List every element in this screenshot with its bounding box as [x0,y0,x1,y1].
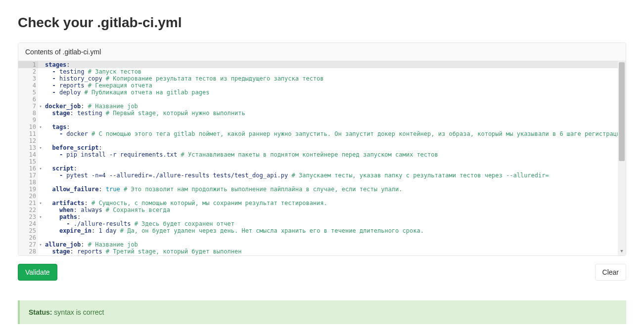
line-number: 10▾ [18,124,38,130]
code-line[interactable]: artifacts: # Сущность, с помощью который… [38,200,618,207]
line-number: 25 [18,227,38,234]
code-line[interactable]: stage: reports # Третий stage, который б… [38,248,618,255]
line-number: 3 [18,75,38,82]
line-number: 13▾ [18,144,38,151]
action-bar: Validate Clear [18,264,626,281]
code-line[interactable] [38,137,618,144]
scrollbar-down-icon[interactable]: ▼ [618,248,626,254]
editor-header-label: Contents of .gitlab-ci.yml [18,43,626,61]
code-line[interactable]: - testing # Запуск тестов [38,68,618,75]
code-line[interactable]: stage: testing # Первый stage, который н… [38,110,618,117]
scrollbar-thumb[interactable] [619,62,625,161]
code-line[interactable]: before_script: [38,144,618,151]
code-line[interactable] [38,179,618,186]
line-number: 19 [18,186,38,193]
line-number: 6 [18,96,38,103]
code-editor[interactable]: 1▾234567▾8910▾111213▾141516▾1718192021▾2… [18,61,626,255]
status-panel: Status: syntax is correct [18,300,626,324]
line-number: 7▾ [18,103,38,110]
code-line[interactable]: allow_failure: true # Это позволит нам п… [38,186,618,193]
code-line[interactable] [38,158,618,165]
line-number: 1▾ [18,61,38,68]
code-line[interactable]: expire_in: 1 day # Да, он будет удален ч… [38,227,618,234]
code-line[interactable]: when: always # Сохранять всегда [38,207,618,213]
page-title: Check your .gitlab-ci.yml [18,15,626,31]
code-line[interactable]: - reports # Генерация отчета [38,82,618,89]
code-line[interactable]: allure_job: # Название job [38,241,618,248]
code-line[interactable]: stages: [38,61,618,68]
line-number: 27▾ [18,241,38,248]
code-line[interactable] [38,234,618,241]
code-line[interactable] [38,96,618,103]
line-number: 20 [18,193,38,200]
status-message: syntax is correct [54,308,104,316]
code-line[interactable]: - pytest -n=4 --alluredir=./allure-resul… [38,172,618,179]
line-number: 5 [18,89,38,96]
code-line[interactable]: tags: [38,124,618,130]
line-number: 4 [18,82,38,89]
line-number: 28 [18,248,38,255]
code-line[interactable]: - deploy # Публикация отчета на gitlab p… [38,89,618,96]
status-label: Status: [29,308,52,316]
line-number-gutter: 1▾234567▾8910▾111213▾141516▾1718192021▾2… [18,61,38,255]
code-line[interactable]: - history_copy # Копирование результата … [38,75,618,82]
code-area[interactable]: stages: - testing # Запуск тестов - hist… [38,61,618,255]
line-number: 9 [18,117,38,124]
line-number: 17 [18,172,38,179]
line-number: 14 [18,151,38,158]
line-number: 24 [18,220,38,227]
validate-button[interactable]: Validate [18,264,57,281]
code-line[interactable] [38,117,618,124]
code-line[interactable]: - docker # С помощью этого тега gitlab п… [38,130,618,137]
editor-panel: Contents of .gitlab-ci.yml 1▾234567▾8910… [18,42,626,256]
line-number: 26 [18,234,38,241]
line-number: 15 [18,158,38,165]
line-number: 8 [18,110,38,117]
line-number: 16▾ [18,165,38,172]
code-line[interactable]: paths: [38,213,618,220]
vertical-scrollbar[interactable]: ▼ [618,61,626,255]
code-line[interactable]: - pip install -r requirements.txt # Уста… [38,151,618,158]
line-number: 23▾ [18,213,38,220]
code-line[interactable]: - ./allure-results # Здесь будет сохране… [38,220,618,227]
clear-button[interactable]: Clear [595,264,626,281]
line-number: 12 [18,137,38,144]
code-line[interactable] [38,193,618,200]
line-number: 2 [18,68,38,75]
code-line[interactable]: script: [38,165,618,172]
line-number: 11 [18,130,38,137]
line-number: 22 [18,207,38,213]
code-line[interactable]: docker_job: # Название job [38,103,618,110]
line-number: 18 [18,179,38,186]
line-number: 21▾ [18,200,38,207]
